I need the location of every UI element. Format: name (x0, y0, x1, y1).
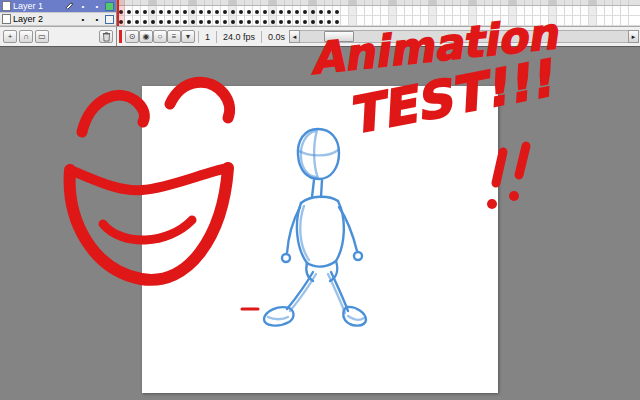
frame-cell[interactable] (429, 16, 437, 25)
frame-cell[interactable] (621, 6, 629, 15)
scrollbar-track[interactable] (300, 30, 628, 43)
frame-cell[interactable] (389, 6, 397, 15)
frame-rate-value[interactable]: 24.0 fps (220, 32, 258, 42)
frame-cell[interactable] (229, 6, 237, 15)
frame-cell[interactable] (533, 6, 541, 15)
frame-cell[interactable] (421, 6, 429, 15)
timeline-scrollbar[interactable]: ◄ ► (289, 30, 639, 43)
frame-cell[interactable] (357, 6, 365, 15)
insert-layer-button[interactable]: + (3, 30, 17, 43)
frame-cell[interactable] (413, 16, 421, 25)
frame-cell[interactable] (197, 6, 205, 15)
frame-cell[interactable] (525, 6, 533, 15)
frame-cell[interactable] (341, 6, 349, 15)
frame-cell[interactable] (341, 16, 349, 25)
frame-cell[interactable] (349, 6, 357, 15)
frame-cell[interactable] (469, 6, 477, 15)
frame-cell[interactable] (461, 6, 469, 15)
frame-cell[interactable] (589, 6, 597, 15)
frame-cell[interactable] (501, 6, 509, 15)
frame-cell[interactable] (253, 16, 261, 25)
frame-cell[interactable] (269, 6, 277, 15)
frame-cell[interactable] (397, 16, 405, 25)
frame-cell[interactable] (221, 16, 229, 25)
center-frame-button[interactable]: ⊙ (125, 30, 139, 43)
onion-skin-button[interactable]: ◉ (139, 30, 153, 43)
frame-cell[interactable] (189, 6, 197, 15)
frame-cell[interactable] (157, 16, 165, 25)
frame-cell[interactable] (365, 6, 373, 15)
frame-cell[interactable] (205, 16, 213, 25)
frame-cell[interactable] (293, 6, 301, 15)
frame-cell[interactable] (149, 6, 157, 15)
frame-cell[interactable] (525, 16, 533, 25)
onion-skin-outlines-button[interactable]: ○ (153, 30, 167, 43)
layer-row-2[interactable]: Layer 2 • • (0, 13, 116, 26)
frame-cell[interactable] (221, 6, 229, 15)
frame-cell[interactable] (157, 6, 165, 15)
frame-cell[interactable] (453, 16, 461, 25)
frame-cell[interactable] (365, 16, 373, 25)
frame-cell[interactable] (237, 16, 245, 25)
frame-cell[interactable] (581, 16, 589, 25)
frame-cell[interactable] (397, 6, 405, 15)
frame-cell[interactable] (429, 6, 437, 15)
frame-cell[interactable] (597, 16, 605, 25)
frame-cell[interactable] (541, 6, 549, 15)
frame-cell[interactable] (133, 16, 141, 25)
frame-cell[interactable] (493, 6, 501, 15)
frame-cell[interactable] (173, 16, 181, 25)
frame-cell[interactable] (125, 16, 133, 25)
frame-cell[interactable] (141, 16, 149, 25)
frame-cell[interactable] (317, 6, 325, 15)
frame-cell[interactable] (165, 16, 173, 25)
frame-cell[interactable] (205, 6, 213, 15)
frame-cell[interactable] (485, 16, 493, 25)
frame-cell[interactable] (189, 16, 197, 25)
layer-row-1[interactable]: Layer 1 • • (0, 0, 116, 13)
frame-cell[interactable] (381, 6, 389, 15)
frame-cell[interactable] (381, 16, 389, 25)
frame-cell[interactable] (253, 6, 261, 15)
insert-layer-folder-button[interactable]: ▭ (35, 30, 49, 43)
scroll-left-button[interactable]: ◄ (289, 30, 300, 43)
frame-cell[interactable] (181, 6, 189, 15)
frame-cell[interactable] (613, 16, 621, 25)
frame-cell[interactable] (277, 16, 285, 25)
frame-cell[interactable] (125, 6, 133, 15)
frame-cell[interactable] (557, 16, 565, 25)
frame-cell[interactable] (389, 16, 397, 25)
frame-cell[interactable] (173, 6, 181, 15)
frame-cell[interactable] (197, 16, 205, 25)
frame-cell[interactable] (605, 6, 613, 15)
scrollbar-thumb[interactable] (324, 31, 354, 42)
frame-cell[interactable] (317, 16, 325, 25)
frame-cell[interactable] (213, 6, 221, 15)
frame-cell[interactable] (373, 16, 381, 25)
layer-outline-swatch[interactable] (105, 15, 114, 24)
frame-cell[interactable] (517, 6, 525, 15)
frame-cell[interactable] (309, 6, 317, 15)
frame-cell[interactable] (149, 16, 157, 25)
frame-cell[interactable] (581, 6, 589, 15)
frame-cell[interactable] (445, 16, 453, 25)
frame-cell[interactable] (549, 16, 557, 25)
frame-cell[interactable] (165, 6, 173, 15)
frame-cell[interactable] (349, 16, 357, 25)
frame-cell[interactable] (613, 6, 621, 15)
frame-cell[interactable] (285, 16, 293, 25)
frame-cell[interactable] (453, 6, 461, 15)
frame-cell[interactable] (141, 6, 149, 15)
frame-cell[interactable] (605, 16, 613, 25)
frame-cell[interactable] (357, 16, 365, 25)
lock-dot[interactable]: • (91, 14, 103, 25)
add-motion-guide-button[interactable]: ∩ (19, 30, 33, 43)
frame-cell[interactable] (485, 6, 493, 15)
frame-cell[interactable] (333, 6, 341, 15)
frame-cell[interactable] (437, 6, 445, 15)
playhead[interactable] (117, 0, 125, 26)
frame-cell[interactable] (301, 16, 309, 25)
frame-cell[interactable] (133, 6, 141, 15)
frame-cell[interactable] (285, 6, 293, 15)
frame-cell[interactable] (261, 16, 269, 25)
